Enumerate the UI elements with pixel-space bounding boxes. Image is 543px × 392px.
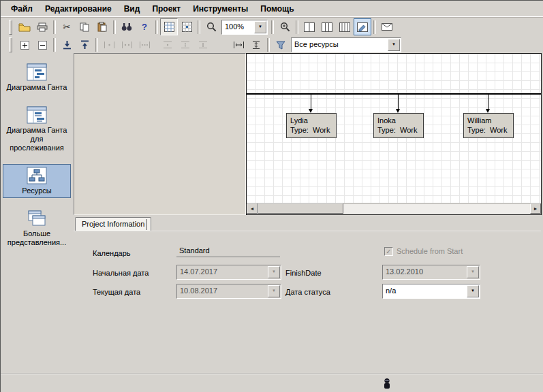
spacing-button-5[interactable]: [176, 37, 194, 54]
help-icon: ?: [142, 22, 147, 32]
toolbar-separator: [198, 20, 200, 34]
start-date-value: 14.07.2017: [180, 265, 268, 278]
tray-robot-icon[interactable]: [382, 378, 392, 389]
zoom-combobox[interactable]: 100% ▼: [221, 20, 268, 35]
tab-divider: [146, 219, 147, 230]
menu-file[interactable]: Файл: [5, 1, 39, 16]
zoom-dropdown-button[interactable]: ▼: [254, 21, 266, 33]
show-grid-button[interactable]: [160, 18, 178, 35]
arrow-up-from-bar-icon: [80, 40, 89, 50]
network-layout-button[interactable]: [354, 18, 371, 35]
tab-project-information[interactable]: Project Information: [75, 217, 151, 231]
horizontal-spacing-icon: [233, 41, 245, 49]
status-bar: [1, 374, 543, 392]
calendar-label: Календарь: [93, 248, 131, 258]
resource-filter-combobox[interactable]: Все ресурсы ▼: [291, 37, 401, 52]
toolbar-separator: [296, 20, 298, 34]
two-pane-button[interactable]: [318, 18, 336, 35]
calendar-field[interactable]: Standard: [176, 244, 280, 257]
spacing-icon: [181, 41, 190, 49]
print-button[interactable]: [33, 18, 51, 35]
sidebar-item-more-views[interactable]: Больше представления...: [3, 207, 70, 250]
horizontal-spacing-button[interactable]: [230, 37, 247, 54]
spacing-button-4[interactable]: [159, 37, 176, 54]
spacing-button-3[interactable]: [136, 37, 153, 54]
spacing-button-6[interactable]: [194, 37, 212, 54]
scroll-left-icon: ◄: [250, 206, 255, 211]
resource-filter-dropdown-button[interactable]: ▼: [388, 39, 400, 51]
sidebar-item-resources[interactable]: Ресурсы: [3, 164, 71, 198]
resource-type: Type: Work: [377, 125, 420, 135]
open-button[interactable]: [16, 18, 33, 35]
start-date-combobox[interactable]: 14.07.2017 ▼: [176, 265, 281, 280]
cut-button[interactable]: ✂: [58, 18, 76, 35]
toolbar-separator: [113, 20, 116, 34]
find-button[interactable]: [118, 18, 136, 35]
three-pane-button[interactable]: [336, 18, 354, 35]
resource-node-william[interactable]: William Type: Work: [463, 113, 514, 138]
toolbar-gripper[interactable]: [9, 20, 12, 35]
snap-to-grid-button[interactable]: [178, 18, 196, 35]
spacing-icon: [198, 41, 208, 49]
toolbar-separator: [271, 20, 274, 34]
pane-three-split-icon: [339, 22, 350, 32]
resource-type: Type: Work: [467, 125, 510, 135]
sidebar-item-tracking-gantt[interactable]: Диаграмма Ганта для прослеживания: [3, 103, 70, 155]
zoom-tool-button[interactable]: [202, 18, 220, 35]
toolbar-separator: [373, 20, 376, 34]
resource-graph-panel[interactable]: Lydia Type: Work Inoka Type: Work Willia…: [246, 53, 542, 215]
cut-icon: ✂: [63, 22, 71, 32]
open-folder-icon: [18, 22, 31, 32]
status-date-dropdown-button[interactable]: ▼: [467, 285, 479, 297]
expand-node-button[interactable]: [16, 37, 33, 54]
finish-date-combobox[interactable]: 13.02.2010 ▼: [382, 265, 480, 280]
check-icon: ✓: [386, 248, 391, 255]
menu-edit[interactable]: Редактирование: [39, 1, 118, 16]
collapse-node-button[interactable]: [33, 37, 51, 54]
schedule-from-start-checkbox[interactable]: ✓ Schedule from Start: [384, 246, 463, 256]
scrollbar-thumb[interactable]: [258, 203, 343, 214]
resource-node-lydia[interactable]: Lydia Type: Work: [286, 113, 337, 138]
menu-help[interactable]: Помощь: [254, 1, 300, 16]
finish-date-label: FinishDate: [285, 268, 322, 278]
vertical-spacing-button[interactable]: [247, 37, 265, 54]
mail-button[interactable]: [378, 18, 396, 35]
scroll-left-button[interactable]: ◄: [247, 203, 258, 214]
paste-button[interactable]: [93, 18, 111, 35]
scroll-right-button[interactable]: ►: [530, 203, 541, 214]
resource-name: Lydia: [290, 116, 308, 125]
horizontal-scrollbar[interactable]: ◄ ►: [247, 203, 541, 214]
sidebar-item-gantt[interactable]: Диаграмма Ганта: [3, 61, 70, 95]
zoom-in-button[interactable]: [276, 18, 294, 35]
spacing-button-1[interactable]: [100, 37, 118, 54]
app-window: Файл Редактирование Вид Проект Инструмен…: [0, 0, 543, 392]
single-pane-button[interactable]: [300, 18, 318, 35]
copy-button[interactable]: [76, 18, 93, 35]
status-date-combobox[interactable]: n/a ▼: [382, 284, 480, 299]
current-date-dropdown-button[interactable]: ▼: [268, 285, 280, 297]
connector-line: [488, 95, 488, 109]
align-bottom-button[interactable]: [58, 37, 76, 54]
filter-button[interactable]: [272, 37, 290, 54]
toolbar-gripper[interactable]: [9, 37, 12, 52]
help-button[interactable]: ?: [136, 18, 153, 35]
start-date-dropdown-button[interactable]: ▼: [268, 266, 280, 278]
toolbar-standard: ✂ ? 100% ▼: [1, 18, 543, 36]
sidebar-item-label: Диаграмма Ганта: [7, 83, 67, 92]
align-top-button[interactable]: [76, 37, 93, 54]
checkbox-box[interactable]: ✓: [384, 247, 393, 256]
resource-node-inoka[interactable]: Inoka Type: Work: [373, 113, 424, 138]
sidebar-item-label: Диаграмма Ганта для прослеживания: [3, 126, 70, 152]
current-date-combobox[interactable]: 10.08.2017 ▼: [176, 284, 281, 299]
resource-type: Type: Work: [290, 125, 332, 135]
scroll-right-icon: ►: [533, 206, 538, 211]
spacing-button-2[interactable]: [118, 37, 136, 54]
menu-view[interactable]: Вид: [118, 1, 146, 16]
finish-date-dropdown-button[interactable]: ▼: [467, 266, 479, 278]
left-panel[interactable]: [74, 53, 246, 215]
menu-project[interactable]: Проект: [146, 1, 187, 16]
view-sidebar: Диаграмма Ганта Диаграмма Ганта для прос…: [1, 54, 73, 374]
chevron-down-icon: ▼: [471, 289, 475, 293]
menu-tools[interactable]: Инструменты: [187, 1, 254, 16]
filter-funnel-icon: [276, 41, 285, 50]
